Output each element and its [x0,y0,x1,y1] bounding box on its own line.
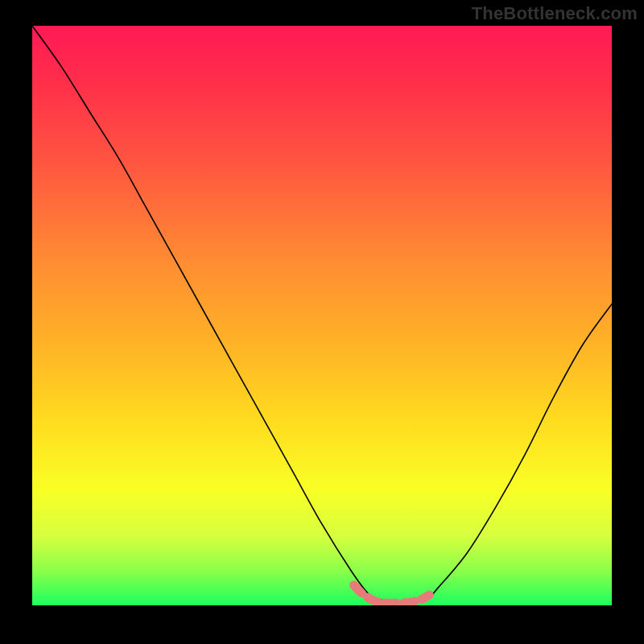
attribution-text: TheBottleneck.com [472,3,638,24]
bottleneck-curve-path [32,26,612,603]
curve-svg [32,26,612,605]
valley-highlight-path [354,585,430,604]
chart-frame: TheBottleneck.com [0,0,644,644]
plot-area [32,26,612,605]
